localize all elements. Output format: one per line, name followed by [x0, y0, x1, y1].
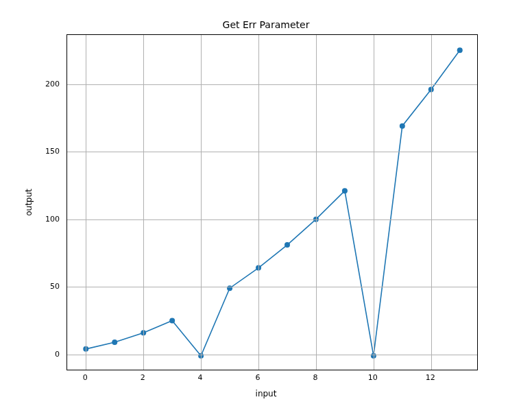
y-tick-label: 200 — [40, 79, 60, 88]
grid-line-v — [143, 35, 144, 370]
data-line — [86, 50, 459, 355]
grid-line-h — [67, 84, 477, 85]
x-tick-label: 10 — [368, 373, 378, 382]
grid-line-v — [374, 35, 374, 370]
x-tick-label: 8 — [313, 373, 317, 382]
x-tick-label: 4 — [198, 373, 203, 382]
x-axis-label: input — [0, 389, 532, 398]
grid-line-v — [86, 35, 86, 370]
data-marker — [169, 318, 175, 323]
x-tick-label: 12 — [426, 373, 435, 382]
grid-line-v — [258, 35, 259, 370]
grid-line-v — [201, 35, 202, 370]
y-axis-label: output — [24, 189, 34, 216]
x-tick-label: 6 — [256, 373, 261, 382]
y-tick-label: 50 — [40, 282, 60, 291]
grid-line-v — [431, 35, 432, 370]
chart-title: Get Err Parameter — [0, 19, 532, 30]
data-marker — [457, 47, 463, 53]
grid-line-h — [67, 219, 477, 220]
data-marker — [342, 188, 348, 193]
y-tick-label: 150 — [40, 147, 60, 156]
grid-line-h — [67, 152, 477, 152]
x-tick-label: 0 — [83, 373, 88, 382]
grid-line-v — [316, 35, 317, 370]
y-tick-label: 0 — [40, 349, 60, 358]
data-marker — [112, 339, 117, 345]
y-tick-label: 100 — [40, 214, 60, 223]
plot-area — [66, 34, 478, 370]
grid-line-h — [67, 287, 477, 287]
grid-line-h — [67, 355, 477, 355]
x-tick-label: 2 — [141, 373, 145, 382]
data-marker — [400, 123, 405, 129]
data-marker — [285, 242, 290, 248]
plot-svg — [67, 35, 479, 371]
chart-container: Get Err Parameter input output 024681012… — [0, 0, 532, 417]
